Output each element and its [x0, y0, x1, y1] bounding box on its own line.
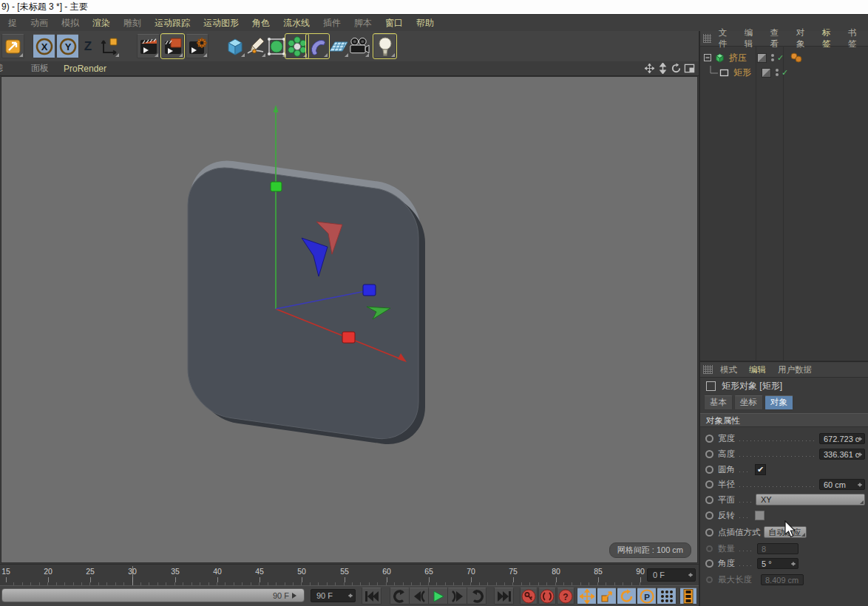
menu-item-simulate[interactable]: 模拟 — [55, 17, 86, 30]
panel-grip-icon[interactable] — [703, 365, 713, 374]
radius-field[interactable]: 60 cm — [819, 479, 865, 490]
keyframe-circle-icon[interactable] — [705, 496, 713, 504]
object-label[interactable]: 挤压 — [729, 52, 747, 64]
height-field[interactable]: 336.361 c — [819, 449, 865, 460]
keyframe-circle-icon[interactable] — [705, 466, 713, 474]
layer-swatch[interactable] — [762, 68, 771, 78]
enabled-check-icon[interactable]: ✓ — [781, 68, 788, 78]
menu-item-mograph[interactable]: 运动图形 — [197, 17, 245, 30]
render-picture-viewer-button[interactable] — [161, 34, 184, 58]
add-cube-button[interactable] — [223, 34, 246, 58]
timeline-ruler[interactable]: 15 20 25 30 35 40 45 50 55 60 65 70 75 8… — [0, 564, 699, 585]
spinner-icon[interactable] — [857, 480, 863, 489]
om-menu-objects[interactable]: 对象 — [790, 27, 816, 50]
lock-x-axis-button[interactable]: X — [33, 34, 55, 58]
add-camera-button[interactable] — [347, 34, 370, 58]
transform-tool-icon[interactable] — [1, 34, 24, 58]
zoom-view-icon[interactable] — [657, 63, 668, 74]
menu-item-window[interactable]: 窗口 — [379, 17, 410, 30]
menu-item-plugins[interactable]: 插件 — [316, 17, 347, 30]
viewport-3d[interactable]: 网格间距 : 100 cm — [1, 76, 698, 563]
add-deformer-button[interactable] — [306, 34, 329, 58]
menu-item-motion-tracker[interactable]: 运动跟踪 — [148, 17, 197, 30]
lock-z-axis-button[interactable]: Z — [78, 34, 98, 58]
lock-y-axis-button[interactable]: Y — [56, 34, 79, 58]
spinner-icon[interactable] — [790, 559, 796, 568]
keyframe-circle-icon[interactable] — [706, 576, 713, 583]
key-point-level-button[interactable] — [657, 588, 677, 605]
plane-dropdown[interactable]: XY — [756, 494, 865, 505]
current-frame-field[interactable]: 0 F — [647, 568, 696, 582]
visibility-dots[interactable] — [771, 54, 774, 61]
toggle-panel-layout-icon[interactable] — [684, 63, 695, 74]
coordinate-system-button[interactable] — [98, 34, 121, 58]
viewport-menu-prorender[interactable]: ProRender — [56, 64, 114, 74]
render-view-button[interactable] — [137, 34, 160, 58]
key-rotation-button[interactable] — [617, 588, 637, 605]
layer-swatch[interactable] — [757, 53, 767, 63]
viewport-menu-panel[interactable]: 面板 — [24, 62, 56, 75]
key-parameter-button[interactable]: P — [637, 588, 657, 605]
solo-filmstrip-button[interactable] — [679, 588, 697, 605]
rounding-checkbox[interactable]: ✔ — [755, 464, 766, 475]
menu-item-snap[interactable]: 捉 — [1, 17, 24, 30]
object-row-rectangle[interactable]: 矩形 ✓ — [700, 65, 868, 80]
tab-object[interactable]: 对象 — [764, 395, 793, 410]
key-position-button[interactable] — [577, 588, 597, 605]
tab-basic[interactable]: 基本 — [704, 395, 733, 410]
om-menu-tags[interactable]: 标签 — [816, 27, 842, 50]
om-menu-view[interactable]: 查看 — [764, 27, 790, 50]
om-menu-bookmarks[interactable]: 书签 — [842, 27, 868, 50]
menu-item-sculpt[interactable]: 雕刻 — [117, 17, 148, 30]
menu-item-script[interactable]: 脚本 — [347, 17, 379, 30]
spinner-icon[interactable] — [688, 571, 694, 579]
z-axis-handle[interactable] — [363, 285, 376, 296]
am-menu-edit[interactable]: 编辑 — [743, 364, 772, 375]
am-menu-mode[interactable]: 模式 — [714, 364, 743, 375]
om-menu-file[interactable]: 文件 — [713, 27, 739, 50]
record-keyframe-button[interactable] — [520, 588, 538, 605]
prev-key-button[interactable] — [390, 588, 410, 605]
goto-start-button[interactable] — [362, 588, 382, 605]
spinner-icon[interactable] — [347, 591, 353, 600]
prev-frame-button[interactable] — [409, 588, 429, 605]
preview-range-slider[interactable]: 90 F — [1, 588, 305, 602]
menu-item-character[interactable]: 角色 — [245, 17, 277, 30]
keyframe-circle-icon[interactable] — [705, 511, 713, 520]
autokeying-button[interactable] — [538, 588, 556, 605]
visibility-dots[interactable] — [776, 69, 779, 76]
x-axis-handle[interactable] — [342, 332, 355, 343]
add-light-button[interactable] — [373, 34, 396, 58]
menu-item-help[interactable]: 帮助 — [410, 17, 441, 30]
keyframe-circle-icon[interactable] — [705, 450, 713, 458]
goto-end-button[interactable] — [494, 588, 514, 605]
key-scale-button[interactable] — [597, 588, 617, 605]
keyframe-circle-icon[interactable] — [706, 545, 713, 552]
keyframe-circle-icon[interactable] — [705, 528, 713, 537]
spinner-icon[interactable] — [857, 435, 863, 443]
keyframe-circle-icon[interactable] — [705, 435, 713, 443]
spinner-icon[interactable] — [857, 450, 863, 459]
keyframe-circle-icon[interactable] — [705, 559, 713, 568]
reverse-checkbox[interactable] — [755, 511, 764, 520]
menu-item-render[interactable]: 渲染 — [86, 17, 117, 30]
enabled-check-icon[interactable]: ✓ — [777, 53, 784, 63]
y-axis-handle[interactable] — [271, 182, 282, 191]
object-row-extrude[interactable]: 挤压 ✓ — [700, 50, 868, 65]
keyframe-circle-icon[interactable] — [705, 480, 713, 488]
phong-tag-icon[interactable] — [790, 52, 804, 63]
pan-view-icon[interactable] — [644, 63, 655, 74]
draw-spline-button[interactable] — [244, 34, 267, 58]
next-key-button[interactable] — [467, 588, 486, 605]
angle-field[interactable]: 5 ° — [757, 558, 799, 569]
edit-render-settings-button[interactable] — [186, 34, 208, 58]
menu-item-pipeline[interactable]: 流水线 — [277, 17, 316, 30]
viewport-menu-clipped[interactable]: 滤 — [0, 62, 4, 75]
next-frame-button[interactable] — [447, 588, 467, 605]
object-label[interactable]: 矩形 — [733, 67, 751, 79]
panel-grip-icon[interactable] — [703, 34, 711, 43]
menu-item-animation[interactable]: 动画 — [24, 17, 55, 30]
add-floor-button[interactable] — [327, 34, 350, 58]
add-mograph-button[interactable] — [285, 34, 308, 58]
om-menu-edit[interactable]: 编辑 — [739, 27, 764, 50]
